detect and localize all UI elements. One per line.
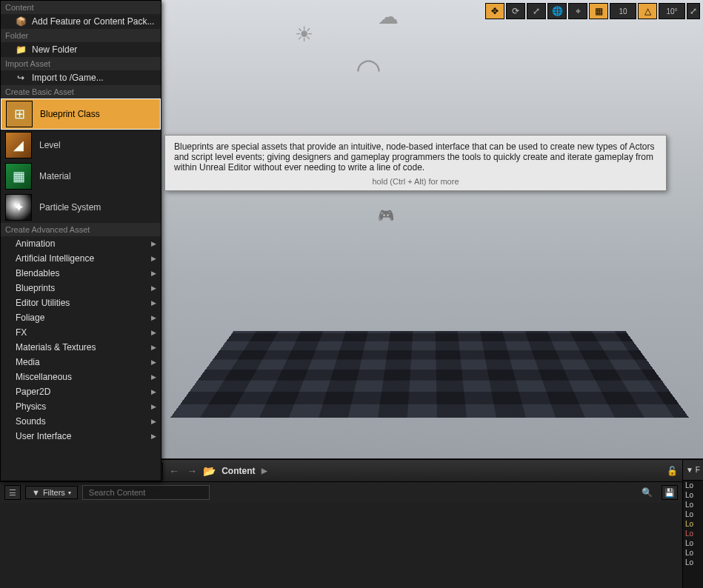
transform-scale-button[interactable]: ⤢ (527, 3, 546, 19)
menu-advanced-blendables[interactable]: Blendables▶ (1, 266, 161, 281)
sources-panel-toggle[interactable]: ☰ (4, 485, 21, 500)
menu-label: Add Feature or Content Pack... (32, 16, 154, 27)
log-line: Lo (683, 529, 703, 538)
chevron-right-icon: ▶ (151, 373, 156, 381)
section-basic-asset: Create Basic Asset (1, 85, 161, 98)
surface-snap-button[interactable]: ⌖ (568, 3, 587, 19)
menu-advanced-physics[interactable]: Physics▶ (1, 399, 161, 414)
menu-advanced-blueprints[interactable]: Blueprints▶ (1, 281, 161, 295)
cloud-icon: ☁ (378, 4, 399, 29)
level-icon: ◢ (5, 132, 32, 158)
log-line: Lo (683, 548, 703, 558)
chevron-right-icon: ▶ (151, 418, 156, 425)
transform-move-button[interactable]: ✥ (485, 3, 504, 19)
log-line: Lo (683, 510, 703, 519)
chevron-right-icon: ▶ (151, 255, 156, 262)
log-line: Lo (683, 538, 703, 548)
chevron-right-icon: ▶ (151, 240, 156, 247)
chevron-right-icon: ▶ (151, 284, 156, 292)
sun-icon: ☀ (295, 22, 313, 47)
menu-label: Media (16, 357, 40, 367)
menu-advanced-paper2d[interactable]: Paper2D▶ (1, 384, 161, 399)
asset-blueprint-class[interactable]: ⊞ Blueprint Class (1, 98, 161, 130)
chevron-right-icon: ▶ (151, 403, 156, 410)
chevron-right-icon: ▶ (151, 344, 156, 351)
chevron-right-icon: ▶ (151, 270, 156, 277)
menu-advanced-materials-textures[interactable]: Materials & Textures▶ (1, 340, 161, 355)
import-icon: ↪ (16, 73, 26, 83)
menu-advanced-sounds[interactable]: Sounds▶ (1, 414, 161, 429)
menu-label: Sounds (16, 416, 46, 427)
menu-advanced-user-interface[interactable]: User Interface▶ (1, 429, 161, 444)
viewport-toolbar: ✥ ⟳ ⤢ 🌐 ⌖ ▦ 10 △ 10° ⤢ (485, 3, 700, 19)
log-line: Lo (683, 558, 703, 567)
breadcrumb[interactable]: 📂 Content ▶ (203, 465, 267, 477)
transform-rotate-button[interactable]: ⟳ (506, 3, 525, 19)
section-content: Content (1, 1, 161, 14)
menu-advanced-animation[interactable]: Animation▶ (1, 236, 161, 251)
log-line: Lo (683, 481, 703, 490)
menu-import-to-game[interactable]: ↪ Import to /Game... (1, 70, 161, 85)
log-line: Lo (683, 519, 703, 529)
nav-forward-button[interactable]: → (185, 465, 199, 477)
tooltip-body: Blueprints are special assets that provi… (174, 141, 657, 173)
sky-sphere-icon: ◠ (356, 52, 382, 86)
log-line: Lo (683, 490, 703, 500)
chevron-right-icon: ▶ (151, 388, 156, 395)
menu-label: Blendables (16, 268, 59, 278)
menu-label: Animation (16, 238, 55, 249)
menu-label: FX (16, 327, 27, 338)
content-browser-filter-bar: ☰ ▼ Filters ▾ 🔍 💾 (0, 482, 682, 503)
grid-snap-button[interactable]: ▦ (589, 3, 608, 19)
menu-advanced-miscellaneous[interactable]: Miscellaneous▶ (1, 370, 161, 384)
menu-advanced-editor-utilities[interactable]: Editor Utilities▶ (1, 295, 161, 310)
search-input[interactable] (82, 485, 210, 500)
dropdown-caret-icon: ▾ (68, 490, 71, 496)
menu-add-feature-pack[interactable]: 📦 Add Feature or Content Pack... (1, 14, 161, 29)
menu-label: Materials & Textures (16, 342, 96, 353)
add-asset-context-menu: Content 📦 Add Feature or Content Pack...… (0, 0, 161, 481)
lock-icon[interactable]: 🔓 (667, 466, 678, 476)
asset-level[interactable]: ◢ Level (1, 130, 161, 161)
menu-label: Import to /Game... (32, 73, 104, 83)
filters-label: Filters (43, 488, 65, 497)
menu-advanced-media[interactable]: Media▶ (1, 355, 161, 370)
asset-label: Blueprint Class (40, 109, 100, 119)
log-filter-tab[interactable]: ▼ F (683, 460, 703, 481)
angle-snap-button[interactable]: △ (638, 3, 657, 19)
section-import: Import Asset (1, 57, 161, 70)
chevron-right-icon: ▶ (151, 314, 156, 321)
asset-label: Level (39, 140, 61, 150)
search-icon: 🔍 (642, 487, 653, 498)
filter-icon: ▼ (32, 488, 40, 497)
search-wrap: 🔍 (82, 485, 657, 500)
blueprint-tooltip: Blueprints are special assets that provi… (164, 135, 667, 191)
coordinate-space-button[interactable]: 🌐 (547, 3, 567, 19)
log-line: Lo (683, 500, 703, 510)
menu-label: Blueprints (16, 283, 55, 293)
menu-advanced-fx[interactable]: FX▶ (1, 325, 161, 340)
output-log-panel: ▼ F LoLoLoLoLoLoLoLoLo (682, 459, 703, 588)
nav-back-button[interactable]: ← (167, 465, 181, 477)
menu-label: Physics (16, 401, 46, 412)
particle-icon: ✦ (5, 194, 32, 221)
chevron-right-icon: ▶ (151, 329, 156, 336)
asset-particle-system[interactable]: ✦ Particle System (1, 192, 161, 223)
grid-snap-value[interactable]: 10 (610, 3, 636, 19)
chevron-right-icon: ▶ (151, 432, 156, 440)
section-advanced-asset: Create Advanced Asset (1, 223, 161, 236)
filters-button[interactable]: ▼ Filters ▾ (25, 486, 78, 499)
save-search-button[interactable]: 💾 (662, 485, 678, 500)
menu-advanced-artificial-intelligence[interactable]: Artificial Intelligence▶ (1, 251, 161, 266)
asset-material[interactable]: ▦ Material (1, 161, 161, 192)
menu-label: Editor Utilities (16, 298, 70, 308)
menu-label: User Interface (16, 431, 71, 441)
menu-advanced-foliage[interactable]: Foliage▶ (1, 310, 161, 325)
content-browser-grid[interactable] (0, 503, 682, 588)
folder-icon: 📂 (203, 465, 216, 477)
scale-snap-button[interactable]: ⤢ (687, 3, 700, 19)
angle-snap-value[interactable]: 10° (659, 3, 685, 19)
menu-new-folder[interactable]: 📁 New Folder (1, 42, 161, 57)
chevron-right-icon: ▶ (261, 467, 267, 475)
package-icon: 📦 (16, 16, 26, 27)
